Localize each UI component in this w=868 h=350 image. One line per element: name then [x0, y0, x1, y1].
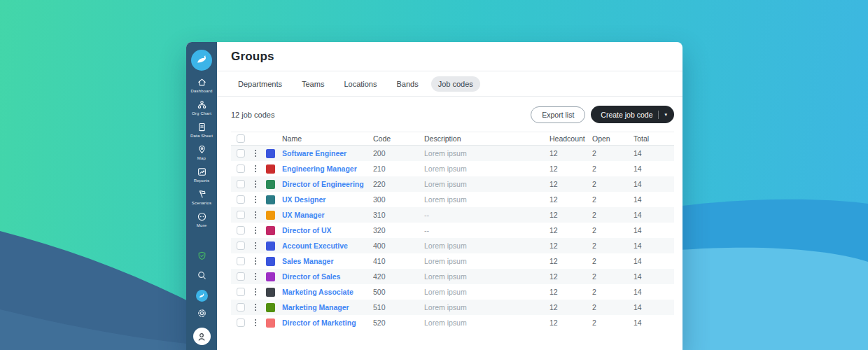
row-checkbox[interactable] [237, 303, 245, 312]
code-cell: 520 [373, 318, 424, 327]
description-cell: Lorem ipsum [424, 241, 550, 250]
row-menu-button[interactable] [251, 150, 260, 157]
code-cell: 420 [373, 272, 424, 281]
sidebar-item-dashboard[interactable]: Dashboard [186, 77, 217, 93]
job-code-link[interactable]: Director of Sales [282, 272, 340, 281]
tab-teams[interactable]: Teams [295, 76, 331, 92]
column-header-open[interactable]: Open [592, 134, 634, 143]
logo-icon[interactable] [196, 290, 208, 302]
job-code-link[interactable]: Director of Marketing [282, 318, 356, 327]
button-divider [658, 111, 659, 119]
row-checkbox[interactable] [237, 149, 245, 158]
open-cell: 2 [592, 318, 634, 327]
sidebar-item-scenarios[interactable]: Scenarios [186, 189, 217, 205]
row-checkbox[interactable] [237, 195, 245, 204]
job-code-link[interactable]: Marketing Associate [282, 288, 354, 296]
row-checkbox[interactable] [237, 318, 245, 327]
row-checkbox[interactable] [237, 180, 245, 188]
create-job-code-button[interactable]: Create job code ▾ [591, 106, 674, 123]
settings-gear-icon[interactable] [197, 308, 207, 321]
row-menu-button[interactable] [251, 304, 260, 311]
job-code-link[interactable]: UX Manager [282, 211, 325, 219]
row-checkbox[interactable] [237, 288, 245, 296]
job-code-link[interactable]: Engineering Manager [282, 164, 357, 173]
job-code-link[interactable]: Software Engineer [282, 149, 346, 158]
color-swatch [266, 288, 275, 297]
job-code-link[interactable]: Sales Manager [282, 257, 334, 265]
open-cell: 2 [592, 195, 634, 204]
chevron-down-icon[interactable]: ▾ [664, 112, 667, 117]
sidebar-item-org-chart[interactable]: Org Chart [186, 99, 217, 115]
row-menu-button[interactable] [251, 181, 260, 188]
total-cell: 14 [634, 149, 674, 158]
row-menu-button[interactable] [251, 319, 260, 326]
code-cell: 320 [373, 226, 424, 234]
table-body: Software Engineer 200 Lorem ipsum 12 2 1… [231, 146, 674, 330]
tab-locations[interactable]: Locations [337, 76, 384, 92]
sidebar-bottom [193, 251, 211, 345]
row-checkbox[interactable] [237, 226, 245, 234]
reports-icon [197, 167, 207, 177]
open-cell: 2 [592, 226, 634, 234]
job-code-link[interactable]: Director of UX [282, 226, 332, 234]
headcount-cell: 12 [550, 195, 592, 204]
row-checkbox[interactable] [237, 164, 245, 173]
description-cell: Lorem ipsum [424, 257, 550, 265]
user-avatar-icon[interactable] [193, 328, 211, 345]
column-header-description[interactable]: Description [424, 134, 550, 143]
table-row: Marketing Manager 510 Lorem ipsum 12 2 1… [231, 300, 674, 315]
table-row: UX Manager 310 -- 12 2 14 [231, 207, 674, 223]
app-logo-icon[interactable] [191, 50, 212, 71]
column-header-total[interactable]: Total [634, 134, 674, 143]
search-icon[interactable] [197, 270, 207, 284]
sidebar-item-more[interactable]: More [186, 211, 217, 227]
sidebar-item-label: Dashboard [190, 89, 212, 93]
sidebar-item-data-sheet[interactable]: Data Sheet [186, 122, 217, 138]
total-cell: 14 [634, 303, 674, 312]
job-code-link[interactable]: Director of Engineering [282, 180, 364, 188]
export-list-button[interactable]: Export list [531, 106, 585, 123]
job-code-link[interactable]: UX Designer [282, 195, 326, 204]
headcount-cell: 12 [550, 180, 592, 188]
page-title: Groups [231, 50, 274, 64]
shield-check-icon[interactable] [197, 251, 207, 264]
column-header-code[interactable]: Code [373, 134, 424, 143]
sidebar-item-reports[interactable]: Reports [186, 167, 217, 183]
total-cell: 14 [634, 180, 674, 188]
more-ellipsis-icon [197, 211, 207, 222]
row-menu-button[interactable] [251, 196, 260, 203]
row-checkbox[interactable] [237, 241, 245, 250]
row-menu-button[interactable] [251, 273, 260, 280]
row-menu-button[interactable] [251, 242, 260, 249]
home-icon [197, 77, 207, 88]
job-code-link[interactable]: Marketing Manager [282, 303, 349, 312]
color-swatch [266, 149, 275, 158]
job-code-link[interactable]: Account Executive [282, 241, 348, 250]
row-menu-button[interactable] [251, 227, 260, 234]
sidebar-item-map[interactable]: Map [186, 144, 217, 160]
headcount-cell: 12 [550, 241, 592, 250]
row-checkbox[interactable] [237, 211, 245, 219]
column-header-name[interactable]: Name [282, 134, 373, 143]
row-menu-button[interactable] [251, 288, 260, 295]
total-cell: 14 [634, 272, 674, 281]
color-swatch [266, 272, 275, 281]
row-checkbox[interactable] [237, 257, 245, 265]
code-cell: 400 [373, 241, 424, 250]
select-all-checkbox[interactable] [237, 134, 245, 143]
row-menu-button[interactable] [251, 165, 260, 172]
column-header-headcount[interactable]: Headcount [550, 134, 592, 143]
color-swatch [266, 257, 275, 266]
tab-job-codes[interactable]: Job codes [431, 76, 480, 92]
row-checkbox[interactable] [237, 272, 245, 281]
open-cell: 2 [592, 164, 634, 173]
row-menu-button[interactable] [251, 211, 260, 218]
tab-bands[interactable]: Bands [389, 76, 425, 92]
table-row: Director of UX 320 -- 12 2 14 [231, 223, 674, 238]
open-cell: 2 [592, 211, 634, 219]
headcount-cell: 12 [550, 303, 592, 312]
table-row: Marketing Associate 500 Lorem ipsum 12 2… [231, 284, 674, 300]
table-row: Account Executive 400 Lorem ipsum 12 2 1… [231, 238, 674, 253]
tab-departments[interactable]: Departments [231, 76, 289, 92]
row-menu-button[interactable] [251, 258, 260, 265]
